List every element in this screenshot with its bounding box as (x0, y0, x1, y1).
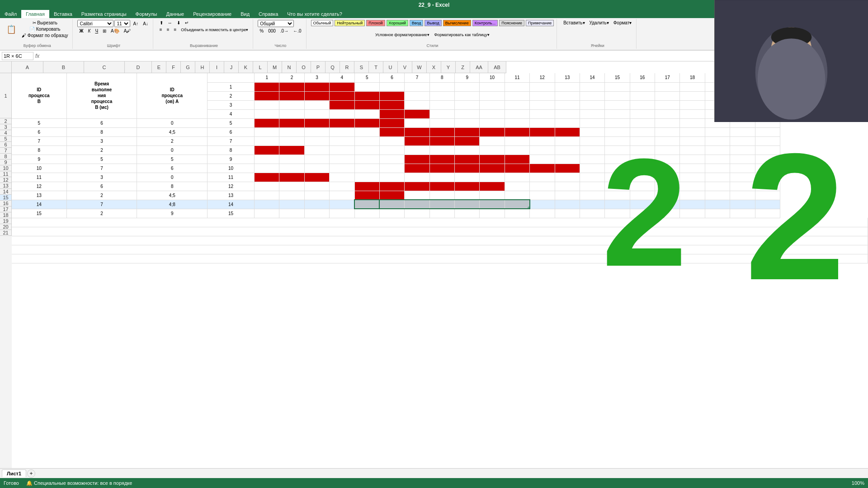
row-header-15[interactable]: 15 (0, 195, 12, 201)
row-header-14[interactable]: 14 (0, 189, 12, 195)
col-header-j[interactable]: J (224, 61, 239, 73)
row-header-2[interactable]: 2 (0, 118, 12, 124)
gantt-r2-m[interactable] (455, 82, 480, 91)
cell-a16[interactable]: 15 (12, 209, 66, 218)
gantt-r2-l[interactable] (429, 82, 454, 91)
cell-a13[interactable]: 12 (12, 182, 66, 191)
col-header-l[interactable]: L (253, 61, 268, 73)
cell-d15[interactable]: 14 (208, 200, 255, 209)
row-header-4[interactable]: 4 (0, 130, 12, 136)
row-header-7[interactable]: 7 (0, 148, 12, 154)
row-header-11[interactable]: 11 (0, 171, 12, 177)
cell-d7[interactable]: 6 (208, 127, 255, 136)
cell-a12[interactable]: 11 (12, 173, 66, 182)
tab-layout[interactable]: Разметка страницы (77, 10, 131, 18)
row-header-18[interactable]: 18 (0, 212, 12, 218)
cell-b16[interactable]: 2 (66, 209, 137, 218)
number-format-select[interactable]: Общий (258, 20, 294, 27)
cell-j1[interactable]: 6 (379, 73, 404, 82)
col-header-c[interactable]: C (84, 61, 125, 73)
align-bottom-button[interactable]: ⬇ (175, 20, 182, 26)
tab-insert[interactable]: Вставка (49, 10, 77, 18)
col-header-u[interactable]: U (383, 61, 398, 73)
row-header-13[interactable]: 13 (0, 183, 12, 189)
cell-m1[interactable]: 9 (455, 73, 480, 82)
cell-d2[interactable]: 1 (208, 82, 255, 91)
cell-c14[interactable]: 4;5 (137, 191, 208, 200)
cell-a15[interactable]: 14 (12, 200, 66, 209)
align-right-button[interactable]: ≡ (172, 27, 178, 33)
font-name-select[interactable]: Calibri (77, 20, 113, 27)
row-header-3[interactable]: 3 (0, 124, 12, 130)
fill-handle[interactable] (528, 206, 530, 209)
cell-f1[interactable]: 2 (279, 73, 304, 82)
cell-d8[interactable]: 7 (208, 136, 255, 145)
conditional-format-button[interactable]: Условное форматирование▾ (373, 32, 431, 38)
col-header-i[interactable]: I (210, 61, 224, 73)
increase-font-button[interactable]: A↑ (131, 21, 140, 27)
tab-review[interactable]: Рецензирование (189, 10, 236, 18)
cell-q1[interactable]: 13 (555, 73, 580, 82)
cell-o1[interactable]: 11 (505, 73, 529, 82)
gantt-r2-u[interactable] (655, 82, 680, 91)
cell-h1[interactable]: 4 (330, 73, 354, 82)
col-header-z[interactable]: Z (456, 61, 470, 73)
format-button[interactable]: Формат▾ (612, 20, 634, 26)
cell-a14[interactable]: 13 (12, 191, 66, 200)
borders-button[interactable]: ⊞ (101, 28, 108, 34)
cell-c12[interactable]: 0 (137, 173, 208, 182)
col-header-k[interactable]: K (239, 61, 253, 73)
cell-b15[interactable]: 7 (66, 200, 137, 209)
cell-b6[interactable]: 6 (66, 118, 137, 127)
row-header-12[interactable]: 12 (0, 177, 12, 183)
cell-c15[interactable]: 4;8 (137, 200, 208, 209)
cell-a8[interactable]: 7 (12, 136, 66, 145)
gantt-r2-v[interactable] (680, 82, 705, 91)
align-middle-button[interactable]: ↔ (166, 20, 174, 26)
cell-u1[interactable]: 17 (655, 73, 680, 82)
cell-d13[interactable]: 12 (208, 182, 255, 191)
cell-b8[interactable]: 3 (66, 136, 137, 145)
cell-c8[interactable]: 2 (137, 136, 208, 145)
cell-a7[interactable]: 6 (12, 127, 66, 136)
gantt-r2-j[interactable] (379, 82, 404, 91)
cell-v1[interactable]: 18 (680, 73, 705, 82)
name-box[interactable] (2, 52, 33, 60)
style-note[interactable]: Примечание (526, 20, 554, 26)
cell-d9[interactable]: 8 (208, 145, 255, 155)
cell-b9[interactable]: 2 (66, 145, 137, 155)
format-as-table-button[interactable]: Форматировать как таблицу▾ (433, 32, 491, 38)
delete-button[interactable]: Удалить▾ (588, 20, 611, 26)
cell-n1[interactable]: 10 (480, 73, 505, 82)
col-header-y[interactable]: Y (441, 61, 456, 73)
sheet-tab-1[interactable]: Лист1 (2, 469, 26, 477)
insert-button[interactable]: Вставить▾ (561, 20, 586, 26)
bold-button[interactable]: Ж (77, 28, 85, 34)
row-header-10[interactable]: 10 (0, 165, 12, 171)
row-header-5[interactable]: 5 (0, 136, 12, 142)
col-header-d[interactable]: D (125, 61, 152, 73)
gantt-r2-r[interactable] (580, 82, 604, 91)
style-good[interactable]: Хороший (387, 20, 408, 26)
col-header-b[interactable]: B (43, 61, 84, 73)
style-check[interactable]: Контроль... (472, 20, 498, 26)
tab-formulas[interactable]: Формулы (131, 10, 162, 18)
cell-c10[interactable]: 5 (137, 155, 208, 164)
col-header-v[interactable]: V (398, 61, 412, 73)
row-header-21[interactable]: 21 (0, 230, 12, 236)
col-header-o[interactable]: O (297, 61, 311, 73)
row-header-16[interactable]: 16 (0, 201, 12, 206)
tab-file[interactable]: Файл (0, 10, 21, 18)
cell-c16[interactable]: 9 (137, 209, 208, 218)
gantt-r2-i[interactable] (354, 82, 379, 91)
cell-d12[interactable]: 11 (208, 173, 255, 182)
cell-b11[interactable]: 7 (66, 164, 137, 173)
cell-i1[interactable]: 5 (354, 73, 379, 82)
cell-r1[interactable]: 14 (580, 73, 604, 82)
tab-view[interactable]: Вид (236, 10, 254, 18)
col-header-s[interactable]: S (354, 61, 369, 73)
cell-d11[interactable]: 10 (208, 164, 255, 173)
cell-b13[interactable]: 6 (66, 182, 137, 191)
cell-a10[interactable]: 9 (12, 155, 66, 164)
cell-s1[interactable]: 15 (605, 73, 630, 82)
